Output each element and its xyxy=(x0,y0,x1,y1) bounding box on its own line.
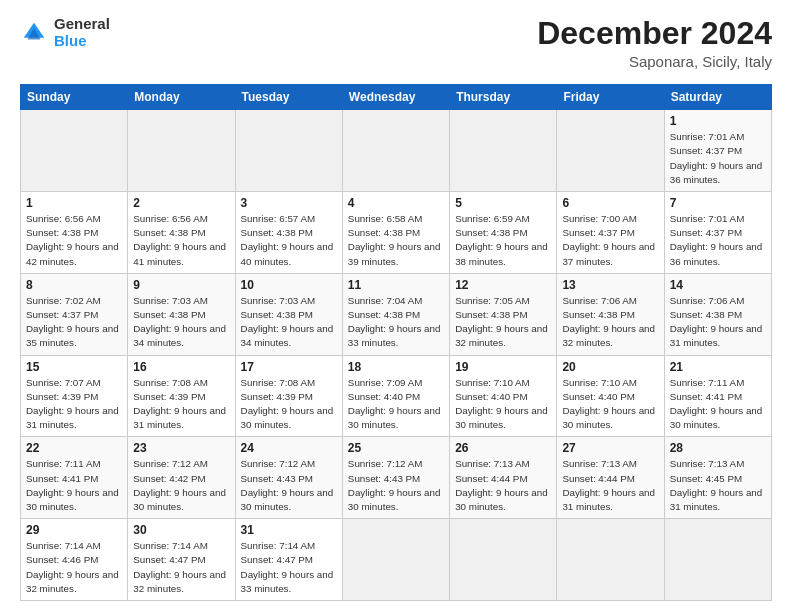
calendar-cell: 10Sunrise: 7:03 AM Sunset: 4:38 PM Dayli… xyxy=(235,273,342,355)
calendar-cell: 12Sunrise: 7:05 AM Sunset: 4:38 PM Dayli… xyxy=(450,273,557,355)
calendar-week-1: 1Sunrise: 6:56 AM Sunset: 4:38 PM Daylig… xyxy=(21,192,772,274)
calendar-cell xyxy=(342,110,449,192)
day-info: Sunrise: 7:05 AM Sunset: 4:38 PM Dayligh… xyxy=(455,294,551,351)
col-wednesday: Wednesday xyxy=(342,85,449,110)
calendar-subtitle: Saponara, Sicily, Italy xyxy=(537,53,772,70)
page-header: General Blue December 2024 Saponara, Sic… xyxy=(20,16,772,70)
calendar-cell: 27Sunrise: 7:13 AM Sunset: 4:44 PM Dayli… xyxy=(557,437,664,519)
calendar-cell xyxy=(21,110,128,192)
logo-text: General Blue xyxy=(54,16,110,49)
day-info: Sunrise: 6:56 AM Sunset: 4:38 PM Dayligh… xyxy=(26,212,122,269)
day-number: 28 xyxy=(670,441,766,455)
calendar-week-4: 22Sunrise: 7:11 AM Sunset: 4:41 PM Dayli… xyxy=(21,437,772,519)
day-info: Sunrise: 7:04 AM Sunset: 4:38 PM Dayligh… xyxy=(348,294,444,351)
calendar-cell: 5Sunrise: 6:59 AM Sunset: 4:38 PM Daylig… xyxy=(450,192,557,274)
calendar-body: 1Sunrise: 7:01 AM Sunset: 4:37 PM Daylig… xyxy=(21,110,772,601)
calendar-cell: 22Sunrise: 7:11 AM Sunset: 4:41 PM Dayli… xyxy=(21,437,128,519)
calendar-cell: 31Sunrise: 7:14 AM Sunset: 4:47 PM Dayli… xyxy=(235,519,342,601)
col-sunday: Sunday xyxy=(21,85,128,110)
day-info: Sunrise: 7:10 AM Sunset: 4:40 PM Dayligh… xyxy=(562,376,658,433)
calendar-cell: 19Sunrise: 7:10 AM Sunset: 4:40 PM Dayli… xyxy=(450,355,557,437)
calendar-cell: 2Sunrise: 6:56 AM Sunset: 4:38 PM Daylig… xyxy=(128,192,235,274)
day-number: 21 xyxy=(670,360,766,374)
calendar-cell xyxy=(557,110,664,192)
day-number: 9 xyxy=(133,278,229,292)
calendar-cell: 15Sunrise: 7:07 AM Sunset: 4:39 PM Dayli… xyxy=(21,355,128,437)
logo: General Blue xyxy=(20,16,110,49)
calendar-cell: 24Sunrise: 7:12 AM Sunset: 4:43 PM Dayli… xyxy=(235,437,342,519)
day-number: 16 xyxy=(133,360,229,374)
calendar-cell: 17Sunrise: 7:08 AM Sunset: 4:39 PM Dayli… xyxy=(235,355,342,437)
day-info: Sunrise: 7:08 AM Sunset: 4:39 PM Dayligh… xyxy=(241,376,337,433)
calendar-cell: 23Sunrise: 7:12 AM Sunset: 4:42 PM Dayli… xyxy=(128,437,235,519)
col-monday: Monday xyxy=(128,85,235,110)
calendar-cell xyxy=(342,519,449,601)
day-number: 29 xyxy=(26,523,122,537)
day-info: Sunrise: 7:14 AM Sunset: 4:47 PM Dayligh… xyxy=(133,539,229,596)
day-number: 25 xyxy=(348,441,444,455)
calendar-cell: 4Sunrise: 6:58 AM Sunset: 4:38 PM Daylig… xyxy=(342,192,449,274)
day-info: Sunrise: 7:11 AM Sunset: 4:41 PM Dayligh… xyxy=(670,376,766,433)
day-number: 6 xyxy=(562,196,658,210)
day-info: Sunrise: 7:13 AM Sunset: 4:44 PM Dayligh… xyxy=(562,457,658,514)
day-number: 22 xyxy=(26,441,122,455)
calendar-cell: 1Sunrise: 7:01 AM Sunset: 4:37 PM Daylig… xyxy=(664,110,771,192)
day-info: Sunrise: 7:13 AM Sunset: 4:45 PM Dayligh… xyxy=(670,457,766,514)
calendar-cell: 21Sunrise: 7:11 AM Sunset: 4:41 PM Dayli… xyxy=(664,355,771,437)
day-info: Sunrise: 7:06 AM Sunset: 4:38 PM Dayligh… xyxy=(562,294,658,351)
calendar-cell xyxy=(450,519,557,601)
calendar-cell: 14Sunrise: 7:06 AM Sunset: 4:38 PM Dayli… xyxy=(664,273,771,355)
col-tuesday: Tuesday xyxy=(235,85,342,110)
calendar-cell: 3Sunrise: 6:57 AM Sunset: 4:38 PM Daylig… xyxy=(235,192,342,274)
calendar-cell xyxy=(557,519,664,601)
day-number: 17 xyxy=(241,360,337,374)
day-number: 5 xyxy=(455,196,551,210)
calendar-cell: 1Sunrise: 6:56 AM Sunset: 4:38 PM Daylig… xyxy=(21,192,128,274)
day-number: 1 xyxy=(26,196,122,210)
day-number: 23 xyxy=(133,441,229,455)
calendar-cell: 6Sunrise: 7:00 AM Sunset: 4:37 PM Daylig… xyxy=(557,192,664,274)
calendar-cell xyxy=(450,110,557,192)
day-info: Sunrise: 7:13 AM Sunset: 4:44 PM Dayligh… xyxy=(455,457,551,514)
calendar-cell: 29Sunrise: 7:14 AM Sunset: 4:46 PM Dayli… xyxy=(21,519,128,601)
day-info: Sunrise: 7:14 AM Sunset: 4:46 PM Dayligh… xyxy=(26,539,122,596)
day-info: Sunrise: 7:00 AM Sunset: 4:37 PM Dayligh… xyxy=(562,212,658,269)
col-thursday: Thursday xyxy=(450,85,557,110)
day-number: 12 xyxy=(455,278,551,292)
day-number: 14 xyxy=(670,278,766,292)
calendar-week-0: 1Sunrise: 7:01 AM Sunset: 4:37 PM Daylig… xyxy=(21,110,772,192)
calendar-week-5: 29Sunrise: 7:14 AM Sunset: 4:46 PM Dayli… xyxy=(21,519,772,601)
calendar-week-2: 8Sunrise: 7:02 AM Sunset: 4:37 PM Daylig… xyxy=(21,273,772,355)
day-number: 31 xyxy=(241,523,337,537)
day-info: Sunrise: 7:03 AM Sunset: 4:38 PM Dayligh… xyxy=(241,294,337,351)
day-info: Sunrise: 7:07 AM Sunset: 4:39 PM Dayligh… xyxy=(26,376,122,433)
day-number: 24 xyxy=(241,441,337,455)
day-info: Sunrise: 7:01 AM Sunset: 4:37 PM Dayligh… xyxy=(670,130,766,187)
day-number: 18 xyxy=(348,360,444,374)
day-number: 7 xyxy=(670,196,766,210)
calendar-cell: 25Sunrise: 7:12 AM Sunset: 4:43 PM Dayli… xyxy=(342,437,449,519)
day-number: 30 xyxy=(133,523,229,537)
day-number: 1 xyxy=(670,114,766,128)
col-friday: Friday xyxy=(557,85,664,110)
day-info: Sunrise: 7:14 AM Sunset: 4:47 PM Dayligh… xyxy=(241,539,337,596)
calendar-cell: 18Sunrise: 7:09 AM Sunset: 4:40 PM Dayli… xyxy=(342,355,449,437)
calendar-cell xyxy=(235,110,342,192)
calendar-cell: 26Sunrise: 7:13 AM Sunset: 4:44 PM Dayli… xyxy=(450,437,557,519)
day-info: Sunrise: 7:10 AM Sunset: 4:40 PM Dayligh… xyxy=(455,376,551,433)
calendar-cell: 13Sunrise: 7:06 AM Sunset: 4:38 PM Dayli… xyxy=(557,273,664,355)
calendar-header-row: Sunday Monday Tuesday Wednesday Thursday… xyxy=(21,85,772,110)
title-block: December 2024 Saponara, Sicily, Italy xyxy=(537,16,772,70)
day-info: Sunrise: 6:57 AM Sunset: 4:38 PM Dayligh… xyxy=(241,212,337,269)
calendar-cell xyxy=(664,519,771,601)
calendar-cell: 20Sunrise: 7:10 AM Sunset: 4:40 PM Dayli… xyxy=(557,355,664,437)
logo-blue: Blue xyxy=(54,33,110,50)
day-info: Sunrise: 7:11 AM Sunset: 4:41 PM Dayligh… xyxy=(26,457,122,514)
day-info: Sunrise: 7:08 AM Sunset: 4:39 PM Dayligh… xyxy=(133,376,229,433)
calendar-cell: 11Sunrise: 7:04 AM Sunset: 4:38 PM Dayli… xyxy=(342,273,449,355)
logo-icon xyxy=(20,19,48,47)
calendar-table: Sunday Monday Tuesday Wednesday Thursday… xyxy=(20,84,772,601)
calendar-cell: 16Sunrise: 7:08 AM Sunset: 4:39 PM Dayli… xyxy=(128,355,235,437)
calendar-title: December 2024 xyxy=(537,16,772,51)
day-info: Sunrise: 7:06 AM Sunset: 4:38 PM Dayligh… xyxy=(670,294,766,351)
